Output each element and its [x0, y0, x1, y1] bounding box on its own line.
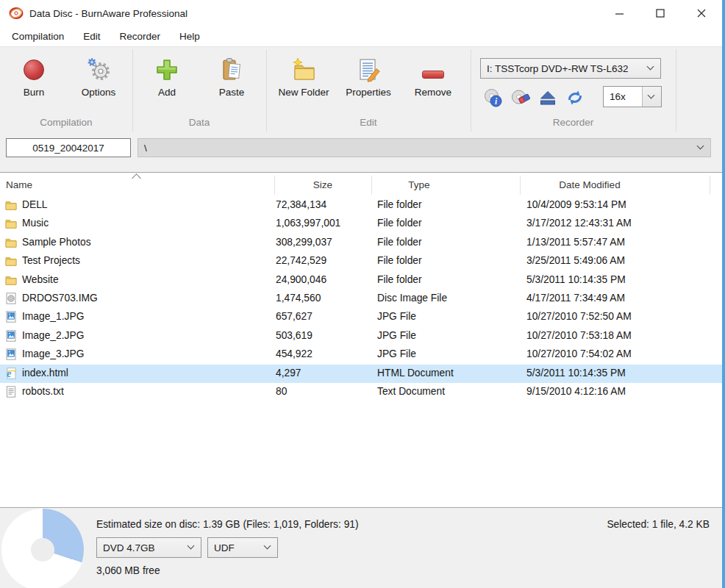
- recorder-speed-value: 16x: [604, 91, 626, 102]
- table-row[interactable]: e index.html 4,297 HTML Document 5/3/201…: [0, 365, 722, 383]
- free-space-text: 3,060 MB free: [96, 565, 160, 576]
- menu-bar: Compilation Edit Recorder Help: [0, 26, 722, 46]
- close-icon: [697, 9, 706, 18]
- file-name: Test Projects: [22, 255, 80, 266]
- toolbar-group-compilation: Burn Options: [0, 47, 132, 135]
- recorder-device-select[interactable]: I: TSSTcorp DVD+-RW TS-L632: [480, 58, 661, 79]
- paste-button[interactable]: Paste: [199, 57, 264, 98]
- file-system-select[interactable]: UDF: [207, 537, 278, 558]
- table-row[interactable]: e Music 1,063,997,001 File folder 3/17/2…: [0, 215, 722, 233]
- toolbar: Burn Options: [0, 46, 722, 134]
- burn-icon: [24, 60, 44, 80]
- column-header-type[interactable]: Type: [371, 173, 467, 196]
- file-date: 4/17/2011 7:34:49 AM: [526, 293, 625, 304]
- file-name: Image_3.JPG: [22, 348, 84, 359]
- column-header-date-modified[interactable]: Date Modified: [520, 173, 660, 196]
- toolbar-group-edit: New Folder Properties Remove: [266, 47, 471, 135]
- column-separator[interactable]: [274, 176, 275, 195]
- file-size: 24,900,046: [276, 274, 326, 285]
- add-plus-icon: [154, 57, 179, 82]
- disc-info-icon[interactable]: i: [483, 88, 502, 107]
- file-name: Website: [22, 274, 59, 285]
- file-date: 1/13/2011 5:57:47 AM: [526, 237, 625, 248]
- file-system-value: UDF: [208, 542, 235, 553]
- table-row[interactable]: e DELL 72,384,134 File folder 10/4/2009 …: [0, 196, 722, 215]
- table-row[interactable]: e Image_1.JPG 657,627 JPG File 10/27/201…: [0, 308, 722, 326]
- column-header-name[interactable]: Name: [6, 173, 32, 196]
- menu-recorder[interactable]: Recorder: [110, 28, 171, 45]
- file-size: 454,922: [276, 348, 312, 359]
- file-size: 1,474,560: [276, 293, 321, 304]
- table-row[interactable]: e Test Projects 22,742,529 File folder 3…: [0, 252, 722, 270]
- folder-icon: [5, 274, 17, 286]
- column-separator[interactable]: [520, 176, 521, 195]
- window-border: [722, 0, 725, 588]
- file-type: HTML Document: [377, 368, 454, 379]
- file-rows: e DELL 72,384,134 File folder 10/4/2009 …: [0, 196, 722, 401]
- compilation-name-input[interactable]: [6, 138, 131, 157]
- file-name: index.html: [22, 368, 68, 379]
- group-separator: [676, 49, 676, 132]
- jpg-file-icon: [5, 348, 17, 360]
- window-title: Data Disc - BurnAware Professional: [29, 8, 188, 19]
- jpg-file-icon: [5, 311, 17, 323]
- folder-icon: [5, 218, 17, 229]
- table-row[interactable]: e Image_3.JPG 454,922 JPG File 10/27/201…: [0, 345, 722, 364]
- paste-clipboard-icon: [219, 57, 244, 82]
- group-label-compilation: Compilation: [0, 117, 132, 128]
- table-row[interactable]: e DRDOS703.IMG 1,474,560 Disc Image File…: [0, 290, 722, 308]
- menu-compilation[interactable]: Compilation: [2, 28, 74, 45]
- column-separator[interactable]: [710, 176, 710, 195]
- table-row[interactable]: e Sample Photos 308,299,037 File folder …: [0, 234, 722, 252]
- folder-icon: [5, 199, 17, 211]
- app-logo-icon: [9, 7, 24, 20]
- html-file-icon: e: [5, 368, 17, 379]
- maximize-button[interactable]: [640, 0, 681, 26]
- app-window: Data Disc - BurnAware Professional Compi…: [0, 0, 725, 588]
- remove-label: Remove: [415, 87, 451, 98]
- chevron-down-icon: [264, 542, 271, 550]
- minimize-button[interactable]: [599, 0, 640, 26]
- disc-size-value: DVD 4.7GB: [97, 542, 155, 553]
- options-button[interactable]: Options: [66, 57, 131, 98]
- file-name: Image_1.JPG: [22, 311, 84, 322]
- eject-icon[interactable]: [538, 88, 557, 107]
- text-file-icon: [5, 386, 17, 398]
- disc-size-select[interactable]: DVD 4.7GB: [96, 537, 201, 558]
- add-button[interactable]: Add: [135, 57, 199, 98]
- file-date: 3/25/2011 5:49:06 AM: [526, 255, 625, 266]
- file-type: JPG File: [377, 330, 416, 341]
- column-header-size[interactable]: Size: [274, 173, 371, 196]
- disc-erase-icon[interactable]: [511, 88, 530, 107]
- group-label-data: Data: [132, 117, 266, 128]
- path-select[interactable]: \: [138, 138, 711, 157]
- menu-edit[interactable]: Edit: [74, 28, 110, 45]
- address-bar: \: [0, 134, 722, 172]
- svg-text:e: e: [7, 368, 12, 379]
- remove-button[interactable]: Remove: [401, 57, 465, 98]
- refresh-icon[interactable]: [565, 88, 585, 107]
- recorder-speed-select[interactable]: 16x: [603, 86, 662, 107]
- file-name: Music: [22, 218, 49, 229]
- table-row[interactable]: e robots.txt 80 Text Document 9/15/2010 …: [0, 383, 722, 401]
- file-date: 10/4/2009 9:53:14 PM: [526, 199, 626, 210]
- menu-help[interactable]: Help: [170, 28, 210, 45]
- close-button[interactable]: [681, 0, 722, 26]
- disc-usage-donut: [1, 509, 84, 588]
- file-size: 308,299,037: [276, 237, 332, 248]
- estimated-size-text: Estimated size on disc: 1.39 GB (Files: …: [96, 519, 359, 530]
- file-type: JPG File: [377, 311, 416, 322]
- status-bar: Estimated size on disc: 1.39 GB (Files: …: [0, 507, 722, 588]
- chevron-down-icon: [188, 542, 195, 550]
- new-folder-button[interactable]: New Folder: [271, 57, 336, 98]
- maximize-icon: [656, 9, 665, 18]
- properties-button[interactable]: Properties: [336, 57, 401, 98]
- table-row[interactable]: e Image_2.JPG 503,619 JPG File 10/27/201…: [0, 327, 722, 345]
- toolbar-group-recorder: I: TSSTcorp DVD+-RW TS-L632 i: [471, 47, 676, 135]
- burn-button[interactable]: Burn: [1, 57, 66, 98]
- column-separator[interactable]: [371, 176, 372, 195]
- file-type: JPG File: [377, 348, 416, 359]
- file-size: 22,742,529: [276, 255, 326, 266]
- table-row[interactable]: e Website 24,900,046 File folder 5/3/201…: [0, 271, 722, 290]
- minimize-icon: [615, 10, 624, 18]
